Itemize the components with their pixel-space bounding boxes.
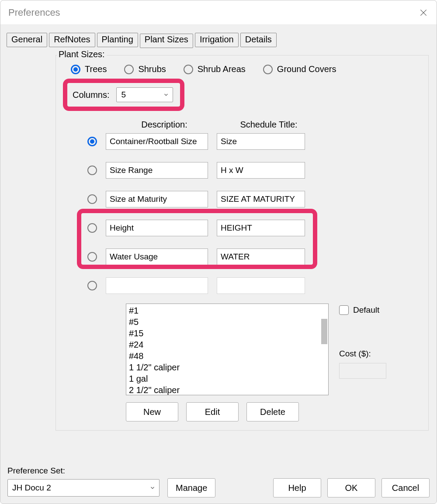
column-headers: Description: Schedule Title: [109,120,421,130]
row-desc-5 [106,277,208,294]
list-item[interactable]: 1 gal [129,373,326,384]
row-title-3[interactable] [217,220,305,236]
row-radio-3[interactable] [87,223,97,233]
chevron-down-icon [163,92,169,98]
titlebar: Preferences [0,0,437,25]
preference-set-value: JH Docu 2 [12,483,51,493]
columns-select[interactable]: 5 [116,87,173,102]
row-title-1[interactable] [217,162,305,179]
columns-highlight: Columns: 5 [63,79,184,111]
checkbox-box [339,305,349,315]
close-icon[interactable] [418,7,429,18]
radio-trees-label: Trees [85,64,107,74]
row-desc-1[interactable] [106,162,208,179]
row-title-2[interactable] [217,191,305,207]
edit-button[interactable]: Edit [186,402,239,421]
row-desc-2[interactable] [106,191,208,207]
ok-button[interactable]: OK [327,478,375,497]
columns-area: Description: Schedule Title: [63,111,421,421]
columns-value: 5 [121,90,126,100]
plant-type-row: Trees Shrubs Shrub Areas Ground Covers [63,61,421,77]
cancel-button[interactable]: Cancel [382,478,430,497]
tab-refnotes[interactable]: RefNotes [49,33,95,47]
radio-shrub-areas-label: Shrub Areas [198,64,246,74]
row-radio-5[interactable] [87,281,97,290]
row-title-4[interactable] [217,249,305,265]
radio-shrub-areas[interactable]: Shrub Areas [184,64,246,74]
chevron-down-icon [149,485,156,491]
lower-area: #1 #5 #15 #24 #48 1 1/2" caliper 1 gal 2… [126,304,421,395]
list-item[interactable]: #15 [129,328,326,339]
new-button[interactable]: New [126,402,178,421]
cost-wrap: Cost ($): [339,349,386,379]
preference-set-label: Preference Set: [7,466,215,476]
header-schedule-title: Schedule Title: [224,120,314,130]
column-row-0 [87,133,421,150]
content: General RefNotes Planting Plant Sizes Ir… [0,25,437,437]
row-desc-4[interactable] [106,249,208,265]
radio-shrubs[interactable]: Shrubs [124,64,166,74]
header-description: Description: [109,120,219,130]
footer-right: Help OK Cancel [273,478,430,497]
help-button[interactable]: Help [273,478,321,497]
row-radio-2[interactable] [87,194,97,204]
cost-field [339,363,386,379]
radio-trees[interactable]: Trees [71,64,107,74]
column-row-5 [87,277,421,294]
row-radio-4[interactable] [87,252,97,262]
tab-details[interactable]: Details [240,33,277,47]
footer: Preference Set: JH Docu 2 Manage Help OK… [7,466,430,497]
row-desc-0[interactable] [106,133,208,150]
tab-general[interactable]: General [7,33,47,47]
scrollbar-thumb[interactable] [321,319,327,344]
side-panel: Default Cost ($): [339,304,386,395]
cost-label: Cost ($): [339,349,386,359]
default-checkbox[interactable]: Default [339,305,386,315]
list-buttons: New Edit Delete [126,402,421,421]
row-title-5 [217,277,305,294]
tabbar: General RefNotes Planting Plant Sizes Ir… [7,33,430,47]
row-desc-3[interactable] [106,220,208,236]
delete-button[interactable]: Delete [246,402,299,421]
tab-plant-sizes[interactable]: Plant Sizes [140,34,193,48]
size-list[interactable]: #1 #5 #15 #24 #48 1 1/2" caliper 1 gal 2… [126,304,329,395]
columns-label: Columns: [73,90,109,100]
preference-set-wrap: Preference Set: JH Docu 2 Manage [7,466,215,497]
list-item[interactable]: #48 [129,350,326,362]
plant-sizes-fieldset: Plant Sizes: Trees Shrubs Shrub Areas Gr… [55,55,429,431]
column-row-2 [87,191,421,207]
list-item[interactable]: #5 [129,316,326,328]
list-item[interactable]: #24 [129,339,326,350]
row-title-0[interactable] [217,133,305,150]
tab-irrigation[interactable]: Irrigation [195,33,239,47]
window-title: Preferences [8,7,60,18]
preferences-window: Preferences General RefNotes Planting Pl… [0,0,437,504]
list-item[interactable]: 3" caliper [129,393,326,395]
column-row-1 [87,162,421,179]
default-label: Default [353,305,379,315]
radio-shrubs-label: Shrubs [138,64,166,74]
list-item[interactable]: #1 [129,305,326,316]
list-item[interactable]: 1 1/2" caliper [129,362,326,373]
manage-button[interactable]: Manage [167,478,215,497]
column-row-3 [87,220,421,236]
radio-ground-covers[interactable]: Ground Covers [263,64,336,74]
row-radio-1[interactable] [87,166,97,175]
preference-set-select[interactable]: JH Docu 2 [7,479,160,497]
column-row-4 [87,249,421,265]
fieldset-legend: Plant Sizes: [57,49,107,59]
tab-planting[interactable]: Planting [97,33,138,47]
radio-ground-covers-label: Ground Covers [277,64,336,74]
row-radio-0[interactable] [87,137,97,146]
